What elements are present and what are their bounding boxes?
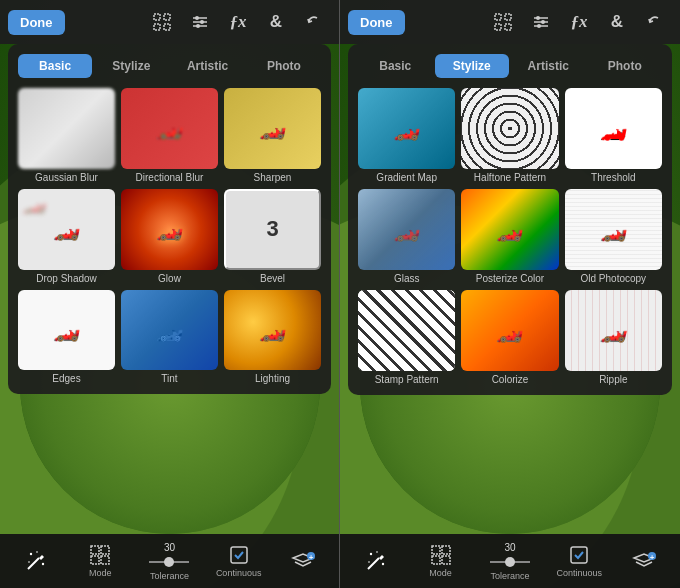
svg-point-39: [368, 561, 370, 563]
bottom-toolbar-left: Mode 30 Tolerance Continuous +: [0, 534, 339, 588]
filter-label-edges: Edges: [52, 373, 80, 384]
tolerance-button-right[interactable]: 30 Tolerance: [480, 542, 540, 581]
filter-label-gaussian: Gaussian Blur: [35, 172, 98, 183]
filter-photocopy[interactable]: 🏎️ Old Photocopy: [565, 189, 662, 284]
filter-colorize[interactable]: 🏎️ Colorize: [461, 290, 558, 385]
svg-rect-26: [505, 14, 511, 20]
tab-bar-right: Basic Stylize Artistic Photo: [358, 54, 662, 78]
layers-button-left[interactable]: +: [278, 550, 328, 572]
continuous-label-right: Continuous: [557, 568, 603, 578]
wand-button-left[interactable]: [11, 550, 61, 572]
tab-stylize-left[interactable]: Stylize: [94, 54, 168, 78]
svg-rect-16: [91, 546, 99, 554]
filter-thumb-threshold: 🏎️: [565, 88, 662, 169]
filter-label-colorize: Colorize: [492, 374, 529, 385]
filter-glow[interactable]: 🏎️ Glow: [121, 189, 218, 284]
filter-label-lighting: Lighting: [255, 373, 290, 384]
filter-panel-right: Basic Stylize Artistic Photo 🏎️ Gradient…: [348, 44, 672, 395]
tolerance-slider-right[interactable]: [488, 555, 532, 569]
filter-lighting[interactable]: 🏎️ Lighting: [224, 290, 321, 385]
continuous-button-right[interactable]: Continuous: [554, 544, 604, 578]
svg-line-10: [28, 558, 39, 569]
filter-label-threshold: Threshold: [591, 172, 635, 183]
filter-posterize[interactable]: 🏎️ Posterize Color: [461, 189, 558, 284]
wand-icon-left: [25, 550, 47, 572]
tab-artistic-left[interactable]: Artistic: [171, 54, 245, 78]
sliders-icon-left[interactable]: [183, 5, 217, 39]
mode-icon-right: [430, 544, 452, 566]
tab-stylize-right[interactable]: Stylize: [435, 54, 510, 78]
filter-sharpen[interactable]: 🏎️ Sharpen: [224, 88, 321, 183]
undo-icon-right[interactable]: [638, 5, 672, 39]
svg-point-13: [42, 563, 44, 565]
filter-glass[interactable]: 🏎️ Glass: [358, 189, 455, 284]
top-toolbar-right: Done ƒx &: [340, 0, 680, 44]
tab-photo-left[interactable]: Photo: [247, 54, 321, 78]
filter-label-photocopy: Old Photocopy: [581, 273, 647, 284]
filter-thumb-edges: 🏎️: [18, 290, 115, 371]
svg-rect-28: [505, 24, 511, 30]
selection-icon-right[interactable]: [486, 5, 520, 39]
filter-gaussian-blur[interactable]: Gaussian Blur: [18, 88, 115, 183]
mode-button-right[interactable]: Mode: [416, 544, 466, 578]
fx-icon-left[interactable]: ƒx: [221, 5, 255, 39]
filter-thumb-glow: 🏎️: [121, 189, 218, 270]
svg-rect-2: [154, 24, 160, 30]
tolerance-button-left[interactable]: 30 Tolerance: [139, 542, 199, 581]
filter-bevel[interactable]: 3 Bevel: [224, 189, 321, 284]
svg-point-21: [164, 557, 174, 567]
filter-thumb-stamp: [358, 290, 455, 371]
filter-label-tint: Tint: [161, 373, 177, 384]
done-button-left[interactable]: Done: [8, 10, 65, 35]
filter-grid-right: 🏎️ Gradient Map Halftone Pattern 🏎️ Thre…: [358, 88, 662, 385]
continuous-button-left[interactable]: Continuous: [214, 544, 264, 578]
svg-rect-22: [231, 547, 247, 563]
filter-label-glow: Glow: [158, 273, 181, 284]
tab-basic-right[interactable]: Basic: [358, 54, 433, 78]
continuous-icon-left: [228, 544, 250, 566]
fx-icon-right[interactable]: ƒx: [562, 5, 596, 39]
continuous-label-left: Continuous: [216, 568, 262, 578]
filter-edges[interactable]: 🏎️ Edges: [18, 290, 115, 385]
filter-label-bevel: Bevel: [260, 273, 285, 284]
svg-rect-17: [101, 546, 109, 554]
filter-grid-left: Gaussian Blur 🏎️ Directional Blur 🏎️ Sha…: [18, 88, 321, 384]
tab-basic-left[interactable]: Basic: [18, 54, 92, 78]
tolerance-slider-left[interactable]: [147, 555, 191, 569]
tab-photo-right[interactable]: Photo: [588, 54, 663, 78]
svg-rect-47: [571, 547, 587, 563]
filter-stamp[interactable]: Stamp Pattern: [358, 290, 455, 385]
wand-icon-right: [365, 550, 387, 572]
filter-directional-blur[interactable]: 🏎️ Directional Blur: [121, 88, 218, 183]
svg-rect-1: [164, 14, 170, 20]
svg-text:+: +: [309, 553, 314, 562]
filter-thumb-dropshadow: 🏎️ 🏎️: [18, 189, 115, 270]
filter-label-posterize: Posterize Color: [476, 273, 544, 284]
svg-rect-41: [432, 546, 440, 554]
filter-thumb-lighting: 🏎️: [224, 290, 321, 371]
sliders-icon-right[interactable]: [524, 5, 558, 39]
undo-icon-left[interactable]: [297, 5, 331, 39]
filter-tint[interactable]: 🏎️ Tint: [121, 290, 218, 385]
top-toolbar-left: Done ƒx &: [0, 0, 339, 44]
done-button-right[interactable]: Done: [348, 10, 405, 35]
svg-point-9: [196, 24, 200, 28]
right-panel: Done ƒx &: [340, 0, 680, 588]
filter-ripple[interactable]: 🏎️ Ripple: [565, 290, 662, 385]
wand-button-right[interactable]: [351, 550, 401, 572]
selection-icon-left[interactable]: [145, 5, 179, 39]
layers-button-right[interactable]: +: [619, 550, 669, 572]
filter-drop-shadow[interactable]: 🏎️ 🏎️ Drop Shadow: [18, 189, 115, 284]
filter-threshold[interactable]: 🏎️ Threshold: [565, 88, 662, 183]
svg-point-14: [28, 561, 30, 563]
ampersand-icon-right[interactable]: &: [600, 5, 634, 39]
svg-point-8: [200, 20, 204, 24]
filter-gradient-map[interactable]: 🏎️ Gradient Map: [358, 88, 455, 183]
continuous-icon-right: [568, 544, 590, 566]
ampersand-icon-left[interactable]: &: [259, 5, 293, 39]
svg-point-7: [195, 16, 199, 20]
filter-halftone[interactable]: Halftone Pattern: [461, 88, 558, 183]
mode-icon-left: [89, 544, 111, 566]
tab-artistic-right[interactable]: Artistic: [511, 54, 586, 78]
mode-button-left[interactable]: Mode: [75, 544, 125, 578]
